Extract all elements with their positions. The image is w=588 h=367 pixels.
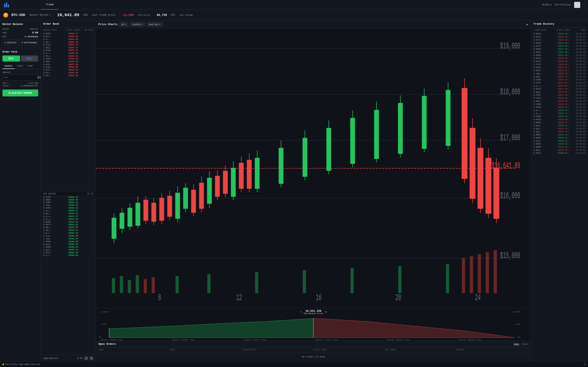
orderbook-ask-row[interactable]: 0.079₀ 16645.82 - [41,68,96,71]
stop-tab[interactable]: STOP [26,64,35,69]
orderbook-bid-row[interactable]: 0.745₀ 16608.90 - [41,235,96,238]
orderbook-ask-row[interactable]: 0.25₀₀ 16649.30 - [41,55,96,58]
trade-time: 15:04:27 [573,36,586,38]
orderbook-ask-row[interactable]: 0.0768 16652.47 - [41,49,96,52]
trade-time: 15:04:06 [573,125,586,127]
trade-size: 0.0016 [534,51,553,53]
max-button[interactable]: Max [3,76,10,79]
bid-price: 16597.24 [63,249,83,251]
place-order-button[interactable]: PLACE BUY ORDER [2,90,38,96]
trade-time: 15:04:04 [573,140,586,142]
bid-my-size: - [83,207,93,209]
candle-selector[interactable]: Candle ▾ [130,22,145,27]
aggregation-increase-button[interactable]: + [90,356,93,360]
nav-tab-trade[interactable]: Trade [41,0,59,9]
bid-my-size: - [83,229,93,231]
aggregation-decrease-button[interactable]: − [84,356,88,360]
orderbook-bid-row[interactable]: 0.0059 16612.84 - [41,221,96,224]
select-market-chevron: ▾ [49,13,51,17]
orderbook-ask-row[interactable]: 0.0722 16657.78 - [41,44,96,46]
svg-marker-106 [313,318,515,338]
ask-price: 16649.20 [63,60,83,63]
bid-price: 16613.04 [63,218,83,220]
orderbook-bid-row[interactable]: 0.05₀₀ 16619.41 - [41,212,96,215]
select-market-button[interactable]: Select Market ▾ [29,13,51,17]
depth-plus-icon[interactable]: + [325,310,327,314]
orderbook-ask-row[interactable]: 0.003₀ 16649.20 - [41,60,96,63]
svg-text:$16,800.00: $16,800.00 [387,339,409,341]
bid-my-size: - [83,254,93,257]
avatar[interactable] [574,2,580,8]
market-price-currency: USD [83,14,88,17]
chevron-down-icon[interactable]: ▾ [584,4,585,6]
trade-direction-icon: ↘ [568,63,569,66]
orderbook-header: Order Book [41,20,96,28]
orderbook-ask-row[interactable]: 0.5₀₀₀ 16650.00 - [41,52,96,55]
trade-direction-icon: ↗ [568,54,569,57]
orderbook-bid-row[interactable]: 0.06₀₀ 16610.00 - [41,226,96,229]
trade-direction-icon: ↘ [568,94,569,96]
orderbook-bid-row[interactable]: 1.249₀ 16620.30 - [41,204,96,207]
ask-size: 1.692₀ [43,47,63,49]
limit-tab[interactable]: LIMIT [15,64,26,69]
market-tab[interactable]: MARKET [2,64,15,69]
orderbook-bid-row[interactable]: 7.5859 16600.00 - [41,240,96,243]
orderbook-ask-row[interactable]: 0.3₀₀ 16663.00 - [41,38,96,41]
orderbook-ask-row[interactable]: 0.0161 16646.99 - [41,66,96,68]
orderbook-ask-row[interactable]: 0.0326 16664.47 - [41,33,96,35]
timeframe-selector[interactable]: 6h ▾ [119,22,129,27]
sell-button[interactable]: SELL [21,55,38,62]
orderbook-bid-row[interactable]: 3.35₀₀ 16609.41 - [41,229,96,232]
orderbook-bid-row[interactable]: 0.4435 16620.41 - [41,196,96,199]
orderbook-ask-row[interactable]: 0.03₀₀ 16663.88 - [41,35,96,38]
orderbook-bid-row[interactable]: 0.4663 16620.29 - [41,207,96,209]
ask-price: 16662.99 [63,41,83,43]
nav-orders[interactable]: Orders [542,3,552,6]
trade-time: 15:04:09 [573,122,586,124]
orderbook-bid-row[interactable]: 0.97₀₀ 16613.04 - [41,218,96,221]
withdraw-button[interactable]: ⊙ WITHDRAW [20,40,38,45]
orderbook-bid-row[interactable]: 0.1504 16620.31 - [41,201,96,204]
orderbook-ask-row[interactable]: 0.4828 16649.29 - [41,58,96,60]
orderbook-ask-row[interactable]: 0.18₀₀ 16662.99 - [41,41,96,44]
ask-price: 16663.00 [63,38,83,41]
bid-size: 2.0₀₀₀ [43,232,63,234]
trade-direction-icon: ↗ [568,152,569,155]
orderbook-bid-row[interactable]: 0.012₀ 16599.28 - [41,243,96,246]
svg-text:8: 8 [158,293,161,303]
orderbook-ask-row[interactable]: 1.692₀ 16654.47 - [41,46,96,49]
orderbook-bid-row[interactable]: 2.3855 16598.53 - [41,246,96,249]
ask-my-size: - [83,55,93,57]
bid-my-size: - [83,196,93,198]
orderbook-bid-row[interactable]: 3.3517 16592.49 - [41,251,96,254]
orderbook-ask-row[interactable]: 0.02₀₀ 16641.89 - [41,74,96,77]
deposit-button[interactable]: ⊙ DEPOSIT [2,40,18,45]
nav-portfolios[interactable]: Portfolios [555,3,571,6]
candlestick-chart: $19,000 $18,000 $17,000 $16,641.89 $16,0… [96,29,531,308]
chart-arrow-right[interactable]: ▶ [527,23,528,26]
orderbook-bid-row[interactable]: 1.725₀ 16602.64 - [41,238,96,240]
depth-minus-icon[interactable]: − [300,310,302,314]
trade-size: 1.023₀ [534,125,553,127]
orderbook-bid-row[interactable]: 0.0475 16610.01 - [41,224,96,226]
open-orders-fills-tab[interactable]: Fills [522,343,528,345]
orderbook-bid-row[interactable]: 0.1₀₀₀ 16590.00 - [41,254,96,257]
orderbook-bid-row[interactable]: 1.427₀ 16597.24 - [41,249,96,251]
amount-input[interactable] [10,75,41,80]
depth-mid-price: − 16,631.150 Mid Market Price + [300,309,327,315]
orderbook-ask-row[interactable]: 0.02₀₀ 16645.30 - [41,71,96,74]
trade-price: 16631.90↘ [553,85,573,87]
svg-text:12: 12 [236,293,242,303]
orderbook-bid-row[interactable]: 0.0096 16620.40 - [41,199,96,201]
btc-icon: ₿ [3,13,8,17]
orderbook-bid-row[interactable]: 2.0₀₀₀ 16620.27 - [41,209,96,212]
orderbook-bid-row[interactable]: 2.0₀₀₀ 16609.40 - [41,232,96,235]
orderbook-bid-row[interactable]: 0.3₀₀₀ 16613.37 - [41,215,96,218]
open-orders-open-tab[interactable]: Open [514,343,519,345]
orderbook-ask-row[interactable]: 0.045₀ 16647.00 - [41,63,96,66]
buy-button[interactable]: BUY [2,55,20,62]
overlay-selector[interactable]: Overlay ▾ [147,22,163,27]
settings-icon[interactable]: ⚙ [584,363,586,366]
ask-size: 0.25₀₀ [43,55,63,57]
bid-size: 2.0₀₀₀ [43,210,63,212]
